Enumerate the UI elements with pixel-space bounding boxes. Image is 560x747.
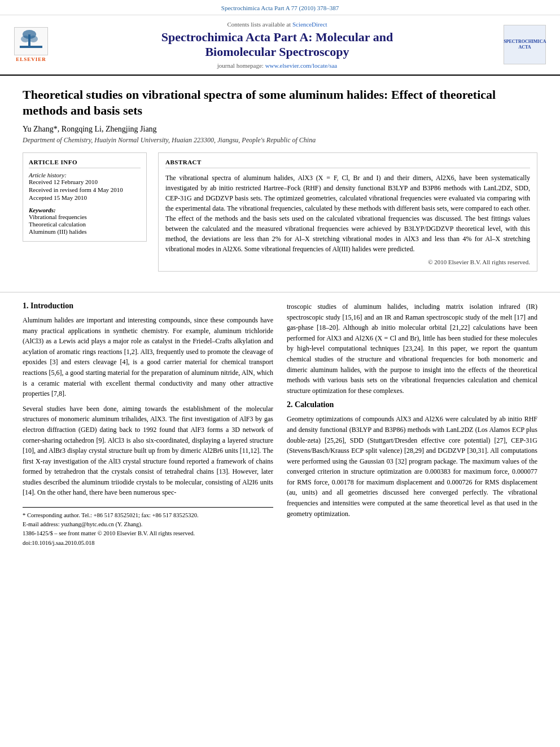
article-info-title: ARTICLE INFO bbox=[29, 159, 141, 168]
journal-citation: Spectrochimica Acta Part A 77 (2010) 378… bbox=[221, 5, 339, 11]
abstract-col: ABSTRACT The vibrational spectra of alum… bbox=[158, 152, 537, 272]
top-bar: Spectrochimica Acta Part A 77 (2010) 378… bbox=[0, 0, 560, 15]
elsevier-label: ELSEVIER bbox=[16, 56, 46, 62]
article-title: Theoretical studies on vibrational spect… bbox=[23, 87, 537, 119]
doi-line: doi:10.1016/j.saa.2010.05.018 bbox=[23, 540, 273, 546]
journal-title: Spectrochimica Acta Part A: Molecular an… bbox=[51, 30, 504, 60]
revised-date: Received in revised form 4 May 2010 bbox=[29, 186, 141, 193]
footnote-section: * Corresponding author. Tel.: +86 517 83… bbox=[23, 507, 273, 546]
article-info-abstract: ARTICLE INFO Article history: Received 1… bbox=[23, 152, 537, 272]
accepted-date: Accepted 15 May 2010 bbox=[29, 194, 141, 201]
article-info-col: ARTICLE INFO Article history: Received 1… bbox=[23, 152, 147, 272]
abstract-text: The vibrational spectra of aluminum hali… bbox=[165, 173, 530, 254]
body-content: 1. Introduction Aluminum halides are imp… bbox=[0, 302, 560, 557]
body-right-col: troscopic studies of aluminum halides, i… bbox=[287, 302, 537, 546]
article-header: Theoretical studies on vibrational spect… bbox=[0, 76, 560, 283]
section1-heading: 1. Introduction bbox=[23, 302, 273, 311]
svg-point-3 bbox=[21, 36, 30, 42]
email-address: E-mail address: yuzhang@hytc.edu.cn (Y. … bbox=[23, 520, 273, 529]
elsevier-logo: ELSEVIER bbox=[11, 27, 51, 62]
section1-right-para1: troscopic studies of aluminum halides, i… bbox=[287, 302, 537, 396]
article-history-label: Article history: bbox=[29, 172, 141, 178]
homepage-url[interactable]: www.elsevier.com/locate/saa bbox=[265, 62, 338, 69]
abstract-box: ABSTRACT The vibrational spectra of alum… bbox=[158, 152, 537, 272]
corresponding-author: * Corresponding author. Tel.: +86 517 83… bbox=[23, 511, 273, 520]
keyword-1: Vibrational frequencies bbox=[29, 213, 141, 220]
section-divider bbox=[0, 292, 560, 292]
section2-heading: 2. Calculation bbox=[287, 400, 537, 409]
keyword-2: Theoretical calculation bbox=[29, 221, 141, 228]
keywords-label: Keywords: bbox=[29, 207, 141, 213]
journal-homepage: journal homepage: www.elsevier.com/locat… bbox=[51, 62, 504, 69]
issn-line: 1386-1425/$ – see front matter © 2010 El… bbox=[23, 529, 273, 538]
keywords-section: Keywords: Vibrational frequencies Theore… bbox=[29, 207, 141, 235]
abstract-title: ABSTRACT bbox=[165, 159, 530, 168]
header-center: Contents lists available at ScienceDirec… bbox=[51, 21, 504, 69]
journal-logo: SPECTROCHIMICA ACTA bbox=[504, 25, 546, 64]
header-right: SPECTROCHIMICA ACTA bbox=[504, 25, 549, 64]
affiliation: Department of Chemistry, Huaiyin Normal … bbox=[23, 136, 537, 145]
body-two-col: 1. Introduction Aluminum halides are imp… bbox=[23, 302, 537, 546]
elsevier-logo-image bbox=[14, 27, 48, 55]
keyword-3: Aluminum (III) halides bbox=[29, 228, 141, 235]
body-left-col: 1. Introduction Aluminum halides are imp… bbox=[23, 302, 273, 546]
contents-available: Contents lists available at ScienceDirec… bbox=[51, 21, 504, 28]
page: Spectrochimica Acta Part A 77 (2010) 378… bbox=[0, 0, 560, 747]
svg-rect-0 bbox=[20, 46, 42, 48]
section1-para2: Several studies have been done, aiming t… bbox=[23, 404, 273, 498]
journal-header: ELSEVIER Contents lists available at Sci… bbox=[0, 15, 560, 76]
header-left: ELSEVIER bbox=[11, 27, 51, 62]
authors: Yu Zhang*, Rongqing Li, Zhengjing Jiang bbox=[23, 125, 537, 134]
svg-point-4 bbox=[29, 36, 38, 42]
section2-para1: Geometry optimizations of compounds AlX3… bbox=[287, 414, 537, 519]
received-date: Received 12 February 2010 bbox=[29, 178, 141, 185]
section1-para1: Aluminum halides are important and inter… bbox=[23, 315, 273, 399]
copyright: © 2010 Elsevier B.V. All rights reserved… bbox=[165, 259, 530, 265]
sciencedirect-link[interactable]: ScienceDirect bbox=[292, 21, 327, 28]
article-info-box: ARTICLE INFO Article history: Received 1… bbox=[23, 152, 147, 242]
